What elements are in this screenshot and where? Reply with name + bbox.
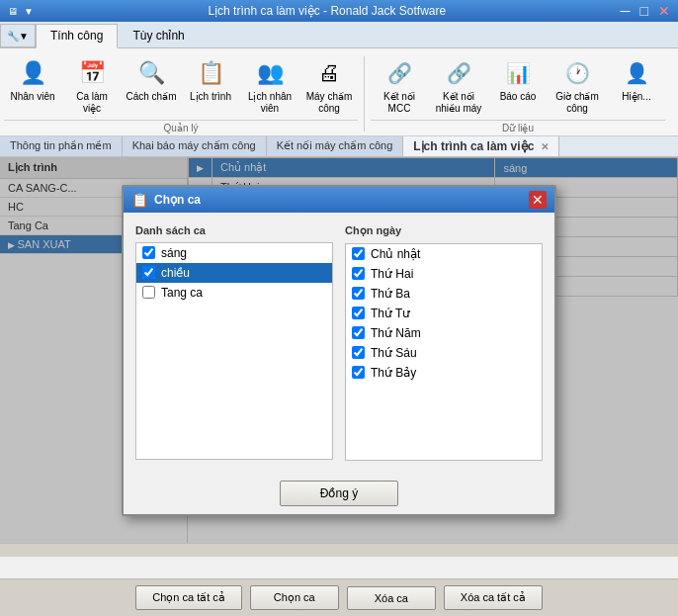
ca-item-tang-ca[interactable]: Tang ca xyxy=(136,283,332,303)
ca-label-sang: sáng xyxy=(161,246,187,260)
title-bar: 🖥 ▼ Lịch trình ca làm việc - Ronald Jack… xyxy=(0,0,678,22)
close-button[interactable]: ✕ xyxy=(658,3,670,19)
dong-y-button[interactable]: Đồng ý xyxy=(280,481,398,506)
ca-checkbox-sang[interactable] xyxy=(142,246,155,259)
ribbon-group-quan-ly-items: 👤 Nhân viên 📅 Ca làm việc 🔍 Cách chấm 📋 … xyxy=(4,52,358,118)
ngay-section-title: Chọn ngày xyxy=(345,224,543,237)
chon-ca-tat-ca-button[interactable]: Chọn ca tất cả xyxy=(135,585,242,610)
ngay-label-6: Thứ Bảy xyxy=(371,366,416,380)
ngay-label-2: Thứ Ba xyxy=(371,287,410,301)
ribbon-btn-may-cham-cong[interactable]: 🖨 Máy chấm công xyxy=(300,52,358,118)
ca-lam-viec-label: Ca làm việc xyxy=(66,91,118,115)
ribbon-sep-1 xyxy=(364,56,365,132)
ca-label-tang-ca: Tang ca xyxy=(161,286,203,300)
ngay-label-1: Thứ Hai xyxy=(371,267,413,281)
ribbon-btn-lich-trinh[interactable]: 📋 Lịch trình xyxy=(182,52,239,106)
ribbon-group-du-lieu-items: 🔗 Kết nối MCC 🔗 Kết nối nhiều máy 📊 Báo … xyxy=(371,52,665,118)
page-tab-close-icon[interactable]: ✕ xyxy=(541,141,549,152)
page-tab-ket-noi[interactable]: Kết nối máy chấm công xyxy=(267,136,404,156)
lich-nhan-vien-icon: 👥 xyxy=(254,57,286,89)
ribbon-btn-ca-lam-viec[interactable]: 📅 Ca làm việc xyxy=(63,52,121,118)
ribbon-content: 👤 Nhân viên 📅 Ca làm việc 🔍 Cách chấm 📋 … xyxy=(0,48,678,135)
page-tab-bar: Thông tin phần mềm Khai báo máy chấm côn… xyxy=(0,136,678,157)
ca-item-sang[interactable]: sáng xyxy=(136,243,332,263)
ngay-checkbox-6[interactable] xyxy=(352,366,365,379)
ribbon-group-du-lieu: 🔗 Kết nối MCC 🔗 Kết nối nhiều máy 📊 Báo … xyxy=(371,52,665,135)
quan-ly-group-label: Quản lý xyxy=(4,120,358,135)
ribbon-btn-hien[interactable]: 👤 Hiện... xyxy=(608,52,665,106)
bao-cao-icon: 📊 xyxy=(502,57,534,89)
tab-tuy-chinh[interactable]: Tùy chỉnh xyxy=(118,24,199,47)
quick-access-icon: 🔧▼ xyxy=(7,31,29,42)
ribbon-btn-ket-noi-nhieu-may[interactable]: 🔗 Kết nối nhiều máy xyxy=(430,52,487,118)
modal-body: Danh sách ca sáng chiều Tang ca xyxy=(124,213,554,473)
ngay-checkbox-4[interactable] xyxy=(352,326,365,339)
ngay-label-0: Chủ nhật xyxy=(371,247,420,261)
ribbon-btn-cach-cham[interactable]: 🔍 Cách chấm xyxy=(123,52,180,106)
ca-checkbox-tang-ca[interactable] xyxy=(142,286,155,299)
ca-checkbox-chieu[interactable] xyxy=(142,266,155,279)
cach-cham-label: Cách chấm xyxy=(126,91,176,103)
ribbon-btn-gio-cham-cong[interactable]: 🕐 Giờ chấm công xyxy=(549,52,606,118)
ngay-list: Chủ nhật Thứ Hai Thứ Ba Thứ Tư xyxy=(345,243,543,461)
modal-title-text: Chọn ca xyxy=(154,193,201,207)
ngay-item-2[interactable]: Thứ Ba xyxy=(346,284,542,304)
bottom-bar: Chọn ca tất cả Chọn ca Xóa ca Xóa ca tất… xyxy=(0,578,678,616)
ribbon-btn-nhan-vien[interactable]: 👤 Nhân viên xyxy=(4,52,61,106)
ribbon-btn-lich-nhan-vien[interactable]: 👥 Lịch nhân viên xyxy=(241,52,298,118)
xoa-ca-tat-ca-button[interactable]: Xóa ca tất cả xyxy=(444,585,543,610)
ket-noi-nhieu-may-icon: 🔗 xyxy=(443,57,474,89)
maximize-button[interactable]: □ xyxy=(640,3,648,19)
ngay-item-0[interactable]: Chủ nhật xyxy=(346,244,542,264)
ngay-item-6[interactable]: Thứ Bảy xyxy=(346,363,542,383)
xoa-ca-button[interactable]: Xóa ca xyxy=(347,586,436,610)
cach-cham-icon: 🔍 xyxy=(135,57,167,89)
ca-lam-viec-icon: 📅 xyxy=(76,57,108,89)
ngay-item-3[interactable]: Thứ Tư xyxy=(346,304,542,323)
page-tab-lich-trinh[interactable]: Lịch trình ca làm việc ✕ xyxy=(403,136,559,156)
horizontal-scrollbar[interactable] xyxy=(0,543,678,557)
ca-list: sáng chiều Tang ca xyxy=(135,242,333,460)
page-tab-thong-tin[interactable]: Thông tin phần mềm xyxy=(0,136,123,156)
dropdown-arrow[interactable]: ▼ xyxy=(24,6,34,17)
modal-ca-section: Danh sách ca sáng chiều Tang ca xyxy=(135,224,333,461)
ngay-checkbox-1[interactable] xyxy=(352,267,365,280)
chon-ca-modal: 📋 Chọn ca ✕ Danh sách ca sáng xyxy=(122,185,556,516)
main-area: Lịch trình CA SANG-C... HC Tang Ca SAN X… xyxy=(0,157,678,543)
ket-noi-mcc-icon: 🔗 xyxy=(383,57,415,89)
modal-footer: Đồng ý xyxy=(124,473,554,514)
ca-item-chieu[interactable]: chiều xyxy=(136,263,332,283)
ngay-checkbox-2[interactable] xyxy=(352,287,365,300)
ngay-item-1[interactable]: Thứ Hai xyxy=(346,264,542,284)
ngay-item-4[interactable]: Thứ Năm xyxy=(346,323,542,343)
ribbon-quick-access[interactable]: 🔧▼ xyxy=(0,24,36,47)
page-tab-lich-trinh-label: Lịch trình ca làm việc xyxy=(413,139,534,153)
ribbon-tab-bar: 🔧▼ Tính công Tùy chỉnh xyxy=(0,22,678,48)
hien-icon: 👤 xyxy=(621,57,652,89)
lich-trinh-label: Lịch trình xyxy=(190,91,231,103)
ngay-label-3: Thứ Tư xyxy=(371,307,410,320)
lich-trinh-icon: 📋 xyxy=(195,57,226,89)
ribbon-btn-bao-cao[interactable]: 📊 Báo cáo xyxy=(489,52,547,106)
modal-titlebar: 📋 Chọn ca ✕ xyxy=(124,187,554,213)
ngay-checkbox-3[interactable] xyxy=(352,307,365,319)
modal-title-icon: 📋 xyxy=(131,192,148,208)
gio-cham-cong-label: Giờ chấm công xyxy=(551,91,603,115)
ket-noi-nhieu-may-label: Kết nối nhiều máy xyxy=(433,91,484,115)
ribbon: 🔧▼ Tính công Tùy chỉnh 👤 Nhân viên 📅 Ca … xyxy=(0,22,678,136)
minimize-button[interactable]: ─ xyxy=(621,3,631,19)
ngay-item-5[interactable]: Thứ Sáu xyxy=(346,343,542,363)
modal-close-button[interactable]: ✕ xyxy=(529,191,547,209)
ca-section-title: Danh sách ca xyxy=(135,224,333,236)
ngay-checkbox-5[interactable] xyxy=(352,346,365,359)
may-cham-cong-label: Máy chấm công xyxy=(303,91,355,115)
du-lieu-group-label: Dữ liệu xyxy=(371,120,665,135)
hien-label: Hiện... xyxy=(622,91,650,103)
tab-tinh-cong[interactable]: Tính công xyxy=(36,24,118,48)
page-tab-khai-bao[interactable]: Khai báo máy chấm công xyxy=(123,136,267,156)
ngay-checkbox-0[interactable] xyxy=(352,247,365,260)
ribbon-btn-ket-noi-mcc[interactable]: 🔗 Kết nối MCC xyxy=(371,52,428,118)
ca-label-chieu: chiều xyxy=(161,266,190,280)
chon-ca-button[interactable]: Chọn ca xyxy=(250,585,339,610)
ngay-label-5: Thứ Sáu xyxy=(371,346,417,360)
